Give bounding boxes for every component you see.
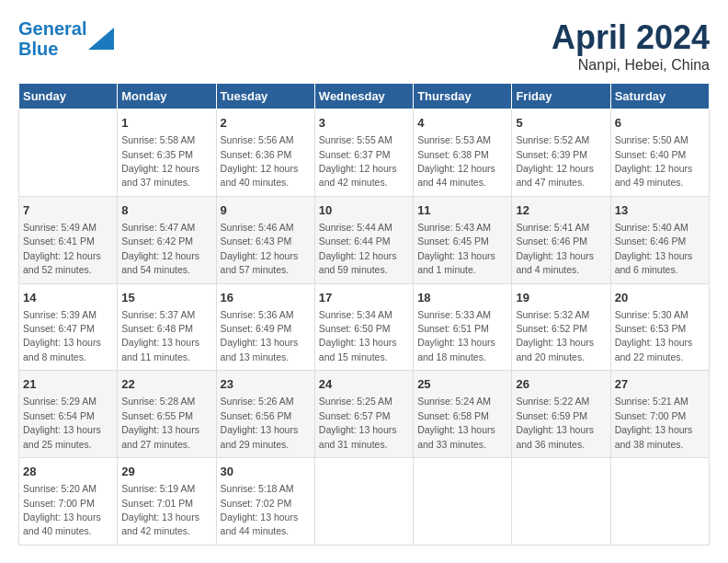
subtitle: Nanpi, Hebei, China	[552, 57, 710, 74]
day-info: Sunrise: 5:18 AM Sunset: 7:02 PM Dayligh…	[221, 483, 299, 536]
calendar-cell: 14Sunrise: 5:39 AM Sunset: 6:47 PM Dayli…	[19, 283, 118, 371]
day-info: Sunrise: 5:22 AM Sunset: 6:59 PM Dayligh…	[516, 396, 594, 449]
column-header-monday: Monday	[118, 84, 216, 109]
day-info: Sunrise: 5:55 AM Sunset: 6:37 PM Dayligh…	[319, 134, 397, 188]
day-number: 25	[417, 376, 507, 393]
calendar-body: 1Sunrise: 5:58 AM Sunset: 6:35 PM Daylig…	[19, 109, 710, 546]
calendar-cell: 15Sunrise: 5:37 AM Sunset: 6:48 PM Dayli…	[118, 283, 216, 371]
day-number: 22	[121, 376, 211, 393]
day-number: 8	[121, 202, 211, 219]
day-info: Sunrise: 5:41 AM Sunset: 6:46 PM Dayligh…	[516, 222, 594, 275]
calendar-cell	[414, 458, 512, 546]
column-header-saturday: Saturday	[610, 84, 709, 109]
day-info: Sunrise: 5:24 AM Sunset: 6:58 PM Dayligh…	[417, 396, 495, 449]
day-number: 11	[417, 202, 507, 219]
calendar-table: SundayMondayTuesdayWednesdayThursdayFrid…	[18, 83, 710, 546]
logo: GeneralBlue	[18, 18, 114, 59]
calendar-cell: 27Sunrise: 5:21 AM Sunset: 7:00 PM Dayli…	[610, 371, 709, 458]
calendar-cell: 28Sunrise: 5:20 AM Sunset: 7:00 PM Dayli…	[19, 458, 118, 546]
day-info: Sunrise: 5:29 AM Sunset: 6:54 PM Dayligh…	[23, 396, 101, 449]
day-number: 3	[319, 115, 409, 132]
calendar-cell: 6Sunrise: 5:50 AM Sunset: 6:40 PM Daylig…	[610, 109, 709, 197]
day-info: Sunrise: 5:37 AM Sunset: 6:48 PM Dayligh…	[121, 309, 199, 362]
day-info: Sunrise: 5:32 AM Sunset: 6:52 PM Dayligh…	[516, 309, 594, 362]
calendar-cell: 3Sunrise: 5:55 AM Sunset: 6:37 PM Daylig…	[314, 109, 413, 197]
day-info: Sunrise: 5:19 AM Sunset: 7:01 PM Dayligh…	[121, 483, 199, 536]
calendar-cell: 11Sunrise: 5:43 AM Sunset: 6:45 PM Dayli…	[414, 196, 512, 283]
day-info: Sunrise: 5:25 AM Sunset: 6:57 PM Dayligh…	[319, 396, 397, 449]
column-header-sunday: Sunday	[19, 84, 118, 109]
day-number: 13	[615, 202, 705, 219]
day-number: 26	[516, 376, 606, 393]
day-number: 24	[319, 376, 409, 393]
calendar-cell: 24Sunrise: 5:25 AM Sunset: 6:57 PM Dayli…	[314, 371, 413, 458]
day-info: Sunrise: 5:44 AM Sunset: 6:44 PM Dayligh…	[319, 222, 397, 275]
day-number: 15	[121, 290, 211, 306]
week-row-3: 14Sunrise: 5:39 AM Sunset: 6:47 PM Dayli…	[19, 283, 710, 371]
logo-icon	[88, 28, 114, 50]
week-row-1: 1Sunrise: 5:58 AM Sunset: 6:35 PM Daylig…	[19, 109, 710, 197]
svg-marker-0	[88, 28, 114, 50]
calendar-cell	[512, 458, 610, 546]
day-info: Sunrise: 5:40 AM Sunset: 6:46 PM Dayligh…	[615, 222, 693, 275]
day-number: 4	[417, 115, 507, 132]
calendar-cell: 18Sunrise: 5:33 AM Sunset: 6:51 PM Dayli…	[414, 283, 512, 371]
day-info: Sunrise: 5:56 AM Sunset: 6:36 PM Dayligh…	[221, 134, 299, 188]
calendar-cell: 7Sunrise: 5:49 AM Sunset: 6:41 PM Daylig…	[19, 196, 118, 283]
day-number: 17	[319, 290, 409, 306]
day-number: 19	[516, 290, 606, 306]
calendar-cell: 16Sunrise: 5:36 AM Sunset: 6:49 PM Dayli…	[216, 283, 314, 371]
day-info: Sunrise: 5:26 AM Sunset: 6:56 PM Dayligh…	[221, 396, 299, 449]
day-number: 29	[121, 464, 211, 480]
calendar-cell: 5Sunrise: 5:52 AM Sunset: 6:39 PM Daylig…	[512, 109, 610, 197]
column-header-thursday: Thursday	[414, 84, 512, 109]
day-info: Sunrise: 5:46 AM Sunset: 6:43 PM Dayligh…	[221, 222, 299, 275]
day-info: Sunrise: 5:28 AM Sunset: 6:55 PM Dayligh…	[121, 396, 199, 449]
day-info: Sunrise: 5:53 AM Sunset: 6:38 PM Dayligh…	[417, 134, 495, 188]
calendar-cell: 10Sunrise: 5:44 AM Sunset: 6:44 PM Dayli…	[314, 196, 413, 283]
day-number: 28	[23, 464, 113, 480]
day-info: Sunrise: 5:20 AM Sunset: 7:00 PM Dayligh…	[23, 483, 101, 536]
calendar-cell: 4Sunrise: 5:53 AM Sunset: 6:38 PM Daylig…	[414, 109, 512, 197]
day-number: 1	[121, 115, 211, 132]
calendar-cell: 29Sunrise: 5:19 AM Sunset: 7:01 PM Dayli…	[118, 458, 216, 546]
day-info: Sunrise: 5:58 AM Sunset: 6:35 PM Dayligh…	[121, 134, 199, 188]
calendar-cell: 19Sunrise: 5:32 AM Sunset: 6:52 PM Dayli…	[512, 283, 610, 371]
day-number: 18	[417, 290, 507, 306]
page-header: GeneralBlue April 2024 Nanpi, Hebei, Chi…	[18, 18, 710, 74]
calendar-cell: 9Sunrise: 5:46 AM Sunset: 6:43 PM Daylig…	[216, 196, 314, 283]
week-row-2: 7Sunrise: 5:49 AM Sunset: 6:41 PM Daylig…	[19, 196, 710, 283]
day-number: 21	[23, 376, 113, 393]
main-title: April 2024	[552, 18, 710, 57]
calendar-header: SundayMondayTuesdayWednesdayThursdayFrid…	[19, 84, 710, 109]
calendar-cell: 23Sunrise: 5:26 AM Sunset: 6:56 PM Dayli…	[216, 371, 314, 458]
day-number: 27	[615, 376, 705, 393]
day-info: Sunrise: 5:36 AM Sunset: 6:49 PM Dayligh…	[221, 309, 299, 362]
day-info: Sunrise: 5:47 AM Sunset: 6:42 PM Dayligh…	[121, 222, 199, 275]
day-number: 20	[615, 290, 705, 306]
calendar-cell	[314, 458, 413, 546]
day-info: Sunrise: 5:30 AM Sunset: 6:53 PM Dayligh…	[615, 309, 693, 362]
calendar-cell: 26Sunrise: 5:22 AM Sunset: 6:59 PM Dayli…	[512, 371, 610, 458]
calendar-cell	[610, 458, 709, 546]
calendar-cell: 8Sunrise: 5:47 AM Sunset: 6:42 PM Daylig…	[118, 196, 216, 283]
day-number: 7	[23, 202, 113, 219]
calendar-cell: 30Sunrise: 5:18 AM Sunset: 7:02 PM Dayli…	[216, 458, 314, 546]
calendar-cell: 2Sunrise: 5:56 AM Sunset: 6:36 PM Daylig…	[216, 109, 314, 197]
calendar-cell: 12Sunrise: 5:41 AM Sunset: 6:46 PM Dayli…	[512, 196, 610, 283]
column-header-friday: Friday	[512, 84, 610, 109]
day-number: 10	[319, 202, 409, 219]
calendar-cell: 13Sunrise: 5:40 AM Sunset: 6:46 PM Dayli…	[610, 196, 709, 283]
header-row: SundayMondayTuesdayWednesdayThursdayFrid…	[19, 84, 710, 109]
day-number: 14	[23, 290, 113, 306]
day-number: 16	[221, 290, 311, 306]
day-info: Sunrise: 5:43 AM Sunset: 6:45 PM Dayligh…	[417, 222, 495, 275]
calendar-cell: 1Sunrise: 5:58 AM Sunset: 6:35 PM Daylig…	[118, 109, 216, 197]
title-block: April 2024 Nanpi, Hebei, China	[552, 18, 710, 74]
calendar-cell: 25Sunrise: 5:24 AM Sunset: 6:58 PM Dayli…	[414, 371, 512, 458]
day-info: Sunrise: 5:33 AM Sunset: 6:51 PM Dayligh…	[417, 309, 495, 362]
column-header-wednesday: Wednesday	[314, 84, 413, 109]
day-info: Sunrise: 5:52 AM Sunset: 6:39 PM Dayligh…	[516, 134, 594, 188]
column-header-tuesday: Tuesday	[216, 84, 314, 109]
day-info: Sunrise: 5:49 AM Sunset: 6:41 PM Dayligh…	[23, 222, 101, 275]
